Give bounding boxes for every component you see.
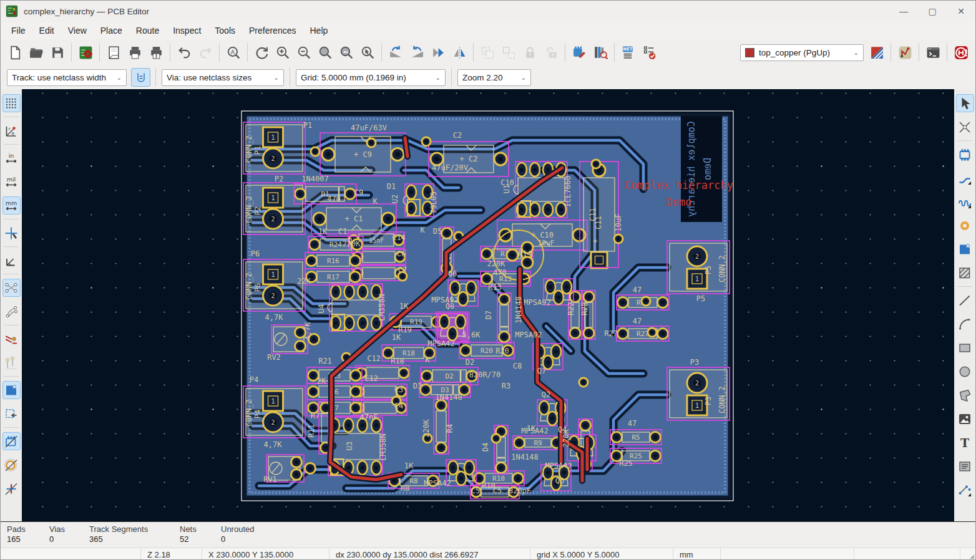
route-tracks-button[interactable] <box>956 169 974 187</box>
ratsnest-visibility-button[interactable] <box>2 279 21 297</box>
layer-pair-button[interactable] <box>866 42 887 62</box>
menu-preferences[interactable]: Preferences <box>242 24 303 37</box>
highlight-net-button[interactable] <box>956 118 974 136</box>
menu-route[interactable]: Route <box>129 24 166 37</box>
svg-text:47: 47 <box>628 419 637 428</box>
sketch-pads-button[interactable] <box>2 456 21 474</box>
ratsnest-visibility-icon <box>4 281 19 296</box>
tune-track-length-button[interactable] <box>956 193 974 211</box>
draw-zone-button[interactable] <box>956 240 974 258</box>
draw-circle-icon <box>957 364 972 379</box>
auto-track-width-toggle[interactable] <box>131 68 150 87</box>
grid-select[interactable]: Grid: 5.0000 mm (0.1969 in)⌄ <box>296 69 446 86</box>
svg-text:R18: R18 <box>403 349 415 357</box>
draw-dimension-button[interactable] <box>956 481 974 499</box>
undo-icon <box>177 45 192 60</box>
cursor-shape-button[interactable] <box>2 224 21 242</box>
grid-visibility-button[interactable] <box>2 94 21 112</box>
svg-text:r: r <box>9 127 11 132</box>
draw-rectangle-button[interactable] <box>956 339 974 357</box>
zoom-out-button[interactable] <box>293 42 315 62</box>
flip-board-view-button[interactable] <box>427 42 449 62</box>
find-button[interactable]: A <box>223 42 244 62</box>
units-mils-button[interactable]: mil <box>2 173 21 191</box>
units-mm-button[interactable]: mm <box>2 196 21 215</box>
plot-icon <box>149 45 164 60</box>
right-toolbar: T <box>954 89 975 521</box>
zoom-fit-page-button[interactable] <box>315 42 336 62</box>
window-resize-grip[interactable]: ◢ <box>967 548 975 560</box>
zoom-selection-button[interactable] <box>357 42 378 62</box>
net-inspector-button[interactable]: NET <box>618 42 639 62</box>
kicad-donate-button[interactable] <box>950 42 972 62</box>
sketch-footprints-button[interactable] <box>2 432 21 450</box>
pcb-board-drawing[interactable]: 121212121212+ C9+ C2+ C1+ C1010uFC11+15n… <box>22 89 955 521</box>
close-button[interactable]: ✕ <box>947 1 975 22</box>
svg-text:1K: 1K <box>527 424 536 433</box>
menu-inspect[interactable]: Inspect <box>166 24 208 37</box>
draw-circle-button[interactable] <box>956 362 974 380</box>
draw-line-button[interactable] <box>956 291 974 309</box>
mirror-button[interactable] <box>449 42 470 62</box>
sketch-graphics-button[interactable] <box>2 480 21 498</box>
minimize-button[interactable]: — <box>889 1 918 22</box>
zone-outline-mode-button[interactable] <box>2 405 21 423</box>
menu-file[interactable]: File <box>4 24 32 37</box>
draw-lines-45-button[interactable] <box>2 251 21 269</box>
rotate-cw-button[interactable] <box>406 42 427 62</box>
page-settings-button[interactable] <box>103 42 124 62</box>
board-setup-button[interactable] <box>75 42 96 62</box>
menu-tools[interactable]: Tools <box>208 24 242 37</box>
svg-text:10uF: 10uF <box>614 214 623 232</box>
undo-button[interactable] <box>173 42 195 62</box>
units-inches-button[interactable]: in <box>2 149 21 167</box>
chevron-down-icon: ⌄ <box>110 74 122 81</box>
print-button[interactable] <box>124 42 145 62</box>
zoom-fit-objects-button[interactable] <box>336 42 357 62</box>
sketch-tracks-button[interactable] <box>2 330 21 348</box>
rotate-ccw-button[interactable] <box>385 42 406 62</box>
svg-text:D7: D7 <box>484 311 493 319</box>
library-browser-button[interactable] <box>590 42 611 62</box>
place-text-button[interactable]: T <box>956 433 974 451</box>
place-via-button[interactable] <box>956 216 974 234</box>
design-rules-check-button[interactable] <box>639 42 660 62</box>
menu-help[interactable]: Help <box>303 24 334 37</box>
update-footprints-button[interactable] <box>569 42 590 62</box>
svg-text:15nF: 15nF <box>369 237 384 244</box>
draw-polygon-button[interactable] <box>956 386 974 404</box>
sketch-vias-button[interactable] <box>2 354 21 372</box>
track-width-select[interactable]: Track: use netclass width⌄ <box>7 69 127 86</box>
plot-button[interactable] <box>145 42 167 62</box>
freerouting-plugin-button[interactable] <box>894 42 915 62</box>
via-size-select[interactable]: Via: use netclass sizes⌄ <box>162 69 284 86</box>
curved-ratsnest-button[interactable] <box>2 302 21 321</box>
new-file-button[interactable] <box>4 42 26 62</box>
menu-edit[interactable]: Edit <box>32 24 61 37</box>
zoom-select[interactable]: Zoom 2.20⌄ <box>457 69 531 86</box>
refresh-view-button[interactable] <box>251 42 272 62</box>
polar-coordinates-button[interactable]: rθ <box>2 122 21 140</box>
zone-fill-mode-button[interactable] <box>2 381 21 399</box>
scripting-console-button[interactable] <box>922 42 944 62</box>
draw-rule-area-button[interactable] <box>956 264 974 282</box>
svg-text:1K: 1K <box>404 461 414 470</box>
place-textbox-icon <box>957 459 972 474</box>
place-footprint-button[interactable] <box>956 145 974 163</box>
svg-text:mm: mm <box>6 200 17 206</box>
svg-text:R9: R9 <box>534 439 542 447</box>
draw-arc-button[interactable] <box>956 315 974 333</box>
open-project-button[interactable] <box>26 42 47 62</box>
svg-text:1N4148: 1N4148 <box>435 393 462 402</box>
place-image-button[interactable] <box>956 410 974 428</box>
select-tool-button[interactable] <box>956 94 974 112</box>
maximize-button[interactable]: ▢ <box>918 1 947 22</box>
zoom-in-button[interactable] <box>272 42 293 62</box>
menu-place[interactable]: Place <box>94 24 129 37</box>
pcb-canvas[interactable]: 121212121212+ C9+ C2+ C1+ C1010uFC11+15n… <box>22 89 954 521</box>
chevron-down-icon: ⌄ <box>847 49 859 56</box>
layer-selector[interactable]: top_copper (PgUp) ⌄ <box>740 44 864 61</box>
menu-view[interactable]: View <box>61 24 94 37</box>
save-button[interactable] <box>47 42 68 62</box>
place-textbox-button[interactable] <box>956 457 974 475</box>
